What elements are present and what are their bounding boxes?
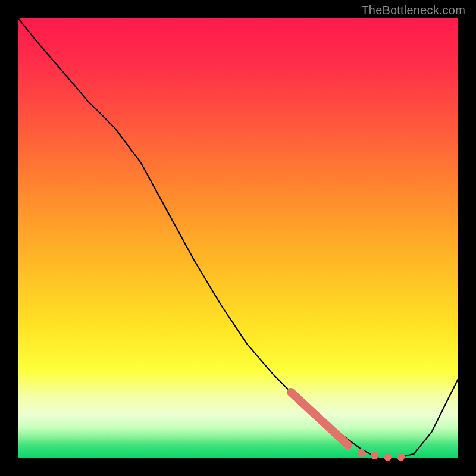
curve-layer <box>18 18 458 458</box>
accent-dot <box>397 453 405 461</box>
accent-dot <box>384 453 392 461</box>
accent-dots <box>358 449 405 461</box>
accent-dot <box>371 452 378 459</box>
plot-area <box>18 18 458 458</box>
bottleneck-curve <box>18 18 458 458</box>
watermark-text: TheBottleneck.com <box>361 4 465 17</box>
chart-frame: TheBottleneck.com <box>0 0 476 476</box>
accent-segment <box>291 392 348 445</box>
accent-dot <box>358 449 365 457</box>
